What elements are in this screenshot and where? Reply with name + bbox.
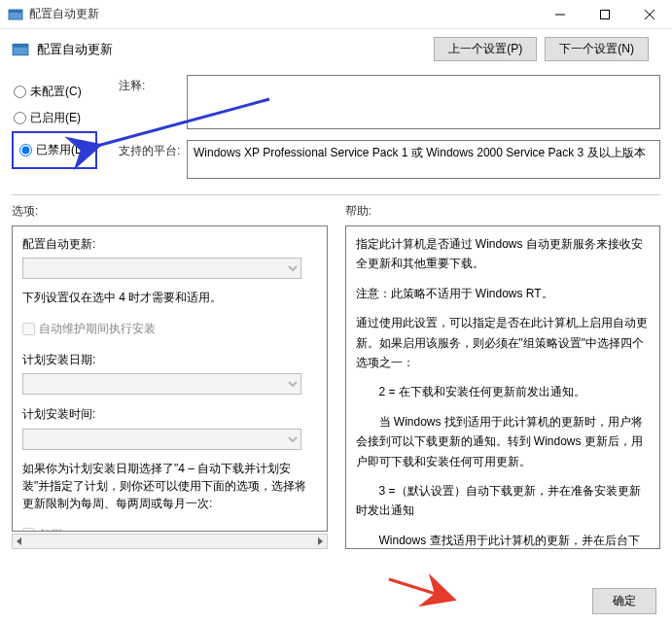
options-title: 选项: xyxy=(12,203,328,220)
update-mode-select[interactable] xyxy=(22,258,301,279)
separator xyxy=(12,194,660,195)
help-p1: 指定此计算机是否通过 Windows 自动更新服务来接收安全更新和其他重要下载。 xyxy=(356,234,651,274)
footer: 确定 xyxy=(592,588,656,614)
app-icon xyxy=(8,7,23,22)
sched-time-label: 计划安装时间: xyxy=(22,404,317,424)
options-group-title: 配置自动更新: xyxy=(22,234,317,254)
window-title: 配置自动更新 xyxy=(29,6,538,22)
next-setting-button[interactable]: 下一个设置(N) xyxy=(545,37,649,61)
help-p5: 当 Windows 找到适用于此计算机的更新时，用户将会接到可以下载更新的通知。… xyxy=(356,412,651,471)
platform-label: 支持的平台: xyxy=(119,140,187,159)
svg-rect-3 xyxy=(601,10,610,18)
options-hscrollbar[interactable] xyxy=(12,534,328,549)
svg-rect-7 xyxy=(13,44,28,47)
platform-text: Windows XP Professional Service Pack 1 或… xyxy=(187,140,660,179)
radio-unconfigured[interactable]: 未配置(C) xyxy=(12,79,119,105)
radio-enabled[interactable]: 已启用(E) xyxy=(12,105,119,131)
options-panel[interactable]: 配置自动更新: 下列设置仅在选中 4 时才需要和适用。 自动维护期间执行安装 计… xyxy=(12,225,328,532)
help-p4: 2 = 在下载和安装任何更新前发出通知。 xyxy=(356,382,651,401)
help-p3: 通过使用此设置，可以指定是否在此计算机上启用自动更新。如果启用该服务，则必须在"… xyxy=(356,313,651,372)
radio-disabled-label: 已禁用(D) xyxy=(36,142,88,158)
maintenance-checkbox[interactable]: 自动维护期间执行安装 xyxy=(22,316,317,341)
radio-disabled-highlight: 已禁用(D) xyxy=(12,131,97,169)
sched-day-label: 计划安装日期: xyxy=(22,350,317,369)
close-button[interactable] xyxy=(627,0,672,29)
weekly-checkbox[interactable]: 每周 xyxy=(22,522,317,532)
help-p6: 3 =（默认设置）自动下载更新，并在准备安装更新时发出通知 xyxy=(356,481,651,521)
sched-day-select[interactable] xyxy=(22,373,301,395)
radio-enabled-label: 已启用(E) xyxy=(30,110,81,126)
help-panel[interactable]: 指定此计算机是否通过 Windows 自动更新服务来接收安全更新和其他重要下载。… xyxy=(345,225,661,549)
header: 配置自动更新 上一个设置(P) 下一个设置(N) xyxy=(0,29,672,69)
svg-rect-1 xyxy=(9,10,22,13)
svg-line-9 xyxy=(389,579,451,599)
title-bar: 配置自动更新 xyxy=(0,0,672,29)
options-note-1: 下列设置仅在选中 4 时才需要和适用。 xyxy=(22,289,317,306)
page-title: 配置自动更新 xyxy=(37,41,434,58)
red-arrow-annotation xyxy=(387,577,465,613)
prev-setting-button[interactable]: 上一个设置(P) xyxy=(434,37,537,61)
maximize-button[interactable] xyxy=(583,0,627,29)
sched-time-select[interactable] xyxy=(22,429,301,450)
help-p2: 注意：此策略不适用于 Windows RT。 xyxy=(356,284,651,303)
minimize-button[interactable] xyxy=(538,0,583,29)
options-note-2: 如果你为计划安装日期选择了"4 – 自动下载并计划安装"并指定了计划，则你还可以… xyxy=(22,460,317,512)
policy-icon xyxy=(12,41,29,58)
comment-label: 注释: xyxy=(119,75,187,94)
help-title: 帮助: xyxy=(345,203,661,220)
radio-disabled[interactable]: 已禁用(D) xyxy=(18,137,89,163)
help-p7: Windows 查找适用于此计算机的更新，并在后台下载这些更新（在此过程中，用户… xyxy=(356,531,651,549)
comment-textarea[interactable] xyxy=(187,75,660,129)
ok-button[interactable]: 确定 xyxy=(592,588,656,614)
radio-unconfigured-label: 未配置(C) xyxy=(30,84,82,100)
